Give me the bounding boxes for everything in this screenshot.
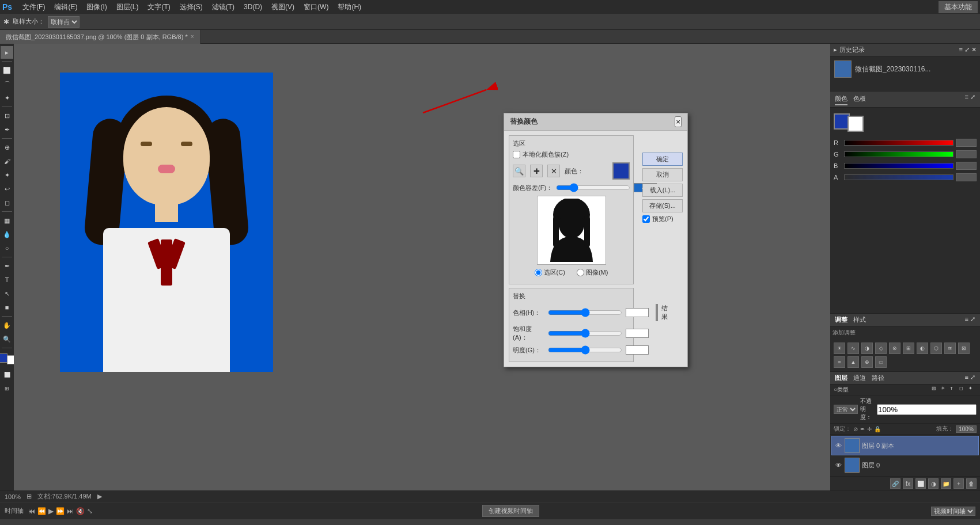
- workspace-btn[interactable]: 基本功能: [939, 1, 978, 13]
- vibrance-adjust-icon[interactable]: ◇: [875, 343, 887, 354]
- menu-text[interactable]: 文字(T): [143, 0, 175, 14]
- crop-tool[interactable]: ⊡: [1, 109, 13, 122]
- menu-help[interactable]: 帮助(H): [333, 0, 366, 14]
- gradient-tool[interactable]: ▦: [1, 214, 13, 227]
- timeline-audio-btn[interactable]: 🔇: [76, 507, 85, 515]
- brightness-slider[interactable]: [548, 347, 622, 353]
- blur-tool[interactable]: 💧: [1, 228, 13, 241]
- opacity-input[interactable]: 100%: [877, 404, 977, 415]
- color-balance-icon[interactable]: ⊞: [903, 343, 914, 354]
- layer-visibility-icon[interactable]: 👁: [834, 442, 842, 450]
- hue-input[interactable]: 0: [626, 308, 649, 317]
- saturation-input[interactable]: 0: [626, 329, 649, 338]
- posterize-icon[interactable]: ≡: [834, 356, 845, 368]
- shape-tool[interactable]: ■: [1, 301, 13, 314]
- invert-adjust-icon[interactable]: ⊠: [958, 343, 970, 354]
- menu-select[interactable]: 选择(S): [175, 0, 207, 14]
- eyedropper-sub-btn[interactable]: ✕: [547, 165, 560, 177]
- healing-tool[interactable]: ⊕: [1, 141, 13, 154]
- layer-visibility-icon[interactable]: 👁: [834, 461, 842, 469]
- brightness-input[interactable]: 0: [626, 345, 649, 355]
- layer-link-btn[interactable]: 🔗: [890, 478, 900, 489]
- timeline-next-frame-btn[interactable]: ⏩: [56, 507, 65, 515]
- adjust-expand-icon[interactable]: ⤢: [970, 315, 975, 324]
- layer-fx-btn[interactable]: fx: [903, 478, 913, 489]
- color-expand-icon[interactable]: ⤢: [970, 93, 975, 105]
- style-tab[interactable]: 样式: [853, 315, 866, 324]
- adjust-tab[interactable]: 调整: [835, 315, 847, 324]
- swatch-tab[interactable]: 色板: [853, 93, 866, 105]
- zoom-tool[interactable]: 🔍: [1, 333, 13, 345]
- path-select-tool[interactable]: ↖: [1, 287, 13, 300]
- ok-button[interactable]: 确定: [642, 153, 683, 166]
- adjust-options-icon[interactable]: ≡: [965, 315, 968, 324]
- sample-size-select[interactable]: 取样点: [48, 16, 80, 28]
- a-value-input[interactable]: 4: [956, 173, 977, 181]
- result-color-swatch[interactable]: [656, 304, 658, 321]
- localize-checkbox[interactable]: [513, 151, 520, 158]
- layer-row-copy[interactable]: 👁 图层 0 副本: [831, 436, 979, 455]
- layers-tab[interactable]: 图层: [835, 374, 847, 382]
- quick-mask-btn[interactable]: ⬜: [1, 368, 13, 381]
- history-item[interactable]: 微信截图_2023030116...: [833, 59, 978, 79]
- timeline-skip-end-btn[interactable]: ⏭: [67, 507, 74, 515]
- brush-tool[interactable]: 🖌: [1, 155, 13, 168]
- color-options-icon[interactable]: ≡: [965, 93, 968, 105]
- curves-adjust-icon[interactable]: ∿: [847, 343, 859, 354]
- color-preview-swatch[interactable]: [612, 162, 630, 180]
- filter-text-icon[interactable]: T: [950, 386, 958, 394]
- cancel-button[interactable]: 取消: [642, 168, 683, 181]
- channels-tab[interactable]: 通道: [853, 374, 866, 382]
- photo-filter-icon[interactable]: ⬡: [930, 343, 942, 354]
- filter-shape-icon[interactable]: ◻: [959, 386, 967, 394]
- layers-options-icon[interactable]: ≡: [965, 374, 968, 382]
- menu-file[interactable]: 文件(F): [18, 0, 50, 14]
- channel-mix-icon[interactable]: ≋: [944, 343, 956, 354]
- eyedropper-add-btn[interactable]: ✚: [530, 165, 543, 177]
- gradient-map-icon[interactable]: ▭: [875, 356, 887, 368]
- selective-color-icon[interactable]: ⊕: [861, 356, 873, 368]
- screen-mode-btn[interactable]: ⊞: [1, 382, 13, 395]
- timeline-type-select[interactable]: 视频时间轴 帧动画: [931, 507, 975, 516]
- paths-tab[interactable]: 路径: [872, 374, 884, 382]
- threshold-icon[interactable]: ▲: [847, 356, 859, 368]
- magic-wand-tool[interactable]: ✦: [1, 92, 13, 104]
- current-bg-color[interactable]: [847, 116, 864, 132]
- fill-input[interactable]: 100%: [956, 425, 977, 433]
- r-value-input[interactable]: 255: [956, 139, 977, 147]
- clone-tool[interactable]: ✦: [1, 169, 13, 181]
- move-tool[interactable]: ▸: [1, 46, 13, 59]
- dialog-titlebar[interactable]: 替换颜色 ×: [504, 113, 687, 131]
- timeline-play-btn[interactable]: ▶: [48, 507, 54, 515]
- tab-close-btn[interactable]: ×: [191, 30, 194, 44]
- color-tab[interactable]: 颜色: [835, 93, 847, 105]
- lock-all-icon[interactable]: 🔒: [874, 426, 881, 432]
- b-value-input[interactable]: 4: [956, 162, 977, 170]
- filter-smart-icon[interactable]: ✦: [968, 386, 977, 394]
- panel-close-icon[interactable]: ✕: [971, 46, 977, 54]
- marquee-tool[interactable]: ⬜: [1, 64, 13, 77]
- layer-mask-btn[interactable]: ⬜: [915, 478, 926, 489]
- layer-delete-btn[interactable]: 🗑: [966, 478, 977, 489]
- hand-tool[interactable]: ✋: [1, 319, 13, 332]
- menu-window[interactable]: 窗口(W): [299, 0, 333, 14]
- layer-new-btn[interactable]: +: [953, 478, 964, 489]
- lock-transparent-icon[interactable]: ⊘: [853, 426, 858, 432]
- hue-slider[interactable]: [548, 309, 622, 316]
- document-tab[interactable]: 微信截图_20230301165037.png @ 100% (图层 0 副本,…: [0, 30, 200, 44]
- expand-icon[interactable]: ▸: [834, 46, 837, 54]
- dialog-close-btn[interactable]: ×: [675, 116, 682, 127]
- history-brush-tool[interactable]: ↩: [1, 182, 13, 195]
- preview-checkbox-input[interactable]: [642, 215, 650, 223]
- timeline-skip-start-btn[interactable]: ⏮: [28, 507, 35, 515]
- lasso-tool[interactable]: ⌒: [1, 78, 13, 90]
- lock-pixels-icon[interactable]: ✒: [860, 426, 865, 432]
- profile-btn[interactable]: ▶: [97, 493, 102, 500]
- pen-tool[interactable]: ✒: [1, 260, 13, 272]
- menu-edit[interactable]: 编辑(E): [50, 0, 82, 14]
- radio-image[interactable]: [577, 269, 584, 276]
- timeline-fullscreen-btn[interactable]: ⤡: [87, 507, 93, 515]
- history-tab-label[interactable]: 历史记录: [839, 45, 865, 54]
- g-value-input[interactable]: 0: [956, 150, 977, 158]
- zoom-fit-btn[interactable]: ⊞: [27, 493, 32, 500]
